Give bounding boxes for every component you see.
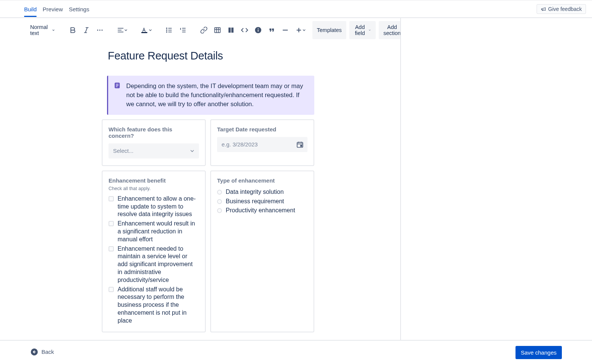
editor-pane: Normal text	[0, 18, 401, 340]
give-feedback-label: Give feedback	[548, 6, 582, 12]
layout-icon	[227, 26, 235, 34]
radio-icon	[217, 199, 222, 204]
quote-icon	[268, 26, 275, 34]
italic-button[interactable]	[80, 24, 92, 36]
info-panel-button[interactable]	[252, 24, 264, 36]
give-feedback-button[interactable]: Give feedback	[537, 4, 586, 14]
svg-point-4	[99, 30, 100, 31]
back-button[interactable]: Back	[30, 348, 54, 356]
checkbox-label: Enhancement needed to maintain a service…	[118, 245, 199, 284]
plus-icon	[295, 26, 303, 34]
canvas-scroll[interactable]: Feature Request Details Depending on the…	[0, 42, 400, 340]
svg-point-11	[166, 32, 167, 32]
svg-rect-23	[258, 29, 259, 32]
link-icon	[200, 26, 208, 34]
svg-point-3	[97, 30, 98, 31]
bold-button[interactable]	[67, 24, 79, 36]
add-field-button[interactable]: Add field	[349, 21, 376, 39]
svg-rect-18	[214, 27, 220, 32]
radio-icon	[217, 190, 222, 195]
field-feature[interactable]: Which feature does this concern? Select.…	[102, 119, 206, 166]
chevron-down-icon	[189, 148, 195, 154]
radio-label: Data integrity solution	[226, 188, 284, 196]
field-enhancement-benefit[interactable]: Enhancement benefit Check all that apply…	[102, 171, 206, 332]
select-placeholder: Select...	[113, 148, 133, 154]
checkbox-icon	[109, 246, 114, 251]
target-date-input[interactable]	[222, 141, 296, 148]
link-button[interactable]	[198, 24, 210, 36]
align-button[interactable]	[115, 24, 130, 36]
tab-build[interactable]: Build	[24, 2, 37, 16]
footer: Back Save changes	[0, 340, 592, 364]
panel-note-icon	[113, 82, 121, 89]
field-enhancement-type[interactable]: Type of enhancement Data integrity solut…	[210, 171, 314, 332]
bullet-list-button[interactable]	[163, 24, 175, 36]
more-horizontal-icon	[96, 26, 104, 34]
section-end-divider: Section end Section start: integrity	[155, 338, 366, 340]
checkbox-option[interactable]: Additional staff would be necessary to p…	[109, 286, 199, 325]
field-label: Target Date requested	[217, 126, 307, 133]
info-panel-text: Depending on the system, the IT developm…	[126, 82, 307, 109]
svg-rect-31	[116, 87, 118, 87]
target-date-input-wrap	[217, 137, 307, 152]
radio-list: Data integrity solution Business require…	[217, 188, 307, 215]
feature-select[interactable]: Select...	[109, 143, 199, 158]
section-end-label: Section end	[155, 338, 366, 340]
italic-icon	[83, 26, 90, 34]
checkbox-icon	[109, 221, 114, 226]
field-label: Type of enhancement	[217, 177, 307, 184]
align-left-icon	[117, 26, 124, 34]
field-label: Enhancement benefit	[109, 177, 199, 184]
checkbox-label: Additional staff would be necessary to p…	[118, 286, 199, 325]
info-icon	[254, 26, 262, 34]
text-color-button[interactable]	[139, 25, 154, 35]
more-formatting-button[interactable]	[94, 24, 106, 36]
checkbox-option[interactable]: Enhancement to allow a one-time update t…	[109, 195, 199, 218]
numbered-list-button[interactable]	[177, 24, 189, 36]
bold-icon	[69, 26, 76, 34]
radio-label: Productivity enhancement	[226, 207, 295, 215]
arrow-left-circle-icon	[30, 348, 38, 356]
chevron-down-icon	[368, 27, 371, 33]
add-section-button[interactable]: Add section	[379, 21, 401, 39]
add-field-label: Add field	[354, 24, 366, 36]
checkbox-list: Enhancement to allow a one-time update t…	[109, 195, 199, 325]
checkbox-option[interactable]: Enhancement would result in a significan…	[109, 220, 199, 243]
insert-button[interactable]	[293, 24, 309, 36]
radio-option[interactable]: Productivity enhancement	[217, 207, 307, 215]
chevron-down-icon	[302, 28, 306, 32]
radio-option[interactable]: Data integrity solution	[217, 188, 307, 196]
tabs: Build Preview Settings	[24, 2, 89, 16]
divider-button[interactable]	[279, 24, 291, 36]
templates-button[interactable]: Templates	[312, 21, 346, 39]
tab-preview[interactable]: Preview	[43, 2, 63, 16]
svg-point-24	[258, 28, 259, 29]
text-style-label: Normal text	[30, 24, 49, 36]
svg-point-10	[166, 30, 167, 30]
table-icon	[214, 26, 221, 34]
layout-button[interactable]	[225, 24, 237, 36]
chevron-down-icon	[124, 28, 128, 32]
checkbox-icon	[109, 287, 114, 292]
tab-settings[interactable]: Settings	[69, 2, 89, 16]
code-icon	[241, 26, 248, 34]
svg-point-5	[101, 30, 102, 31]
quote-button[interactable]	[266, 24, 278, 36]
code-button[interactable]	[239, 24, 251, 36]
chevron-down-icon	[148, 28, 153, 32]
field-target-date[interactable]: Target Date requested	[210, 119, 314, 166]
checkbox-option[interactable]: Enhancement needed to maintain a service…	[109, 245, 199, 284]
megaphone-icon	[541, 6, 546, 12]
table-button[interactable]	[211, 24, 223, 36]
text-style-select[interactable]: Normal text	[29, 23, 58, 38]
checkbox-icon	[109, 196, 114, 201]
calendar-icon[interactable]	[296, 141, 304, 148]
svg-rect-36	[301, 145, 302, 146]
radio-option[interactable]: Business requirement	[217, 198, 307, 206]
save-changes-button[interactable]: Save changes	[516, 346, 562, 359]
svg-rect-30	[116, 85, 119, 86]
field-label: Which feature does this concern?	[109, 126, 199, 139]
info-panel[interactable]: Depending on the system, the IT developm…	[107, 76, 314, 115]
checkbox-label: Enhancement to allow a one-time update t…	[118, 195, 199, 218]
header-row: Build Preview Settings Give feedback	[0, 0, 592, 18]
